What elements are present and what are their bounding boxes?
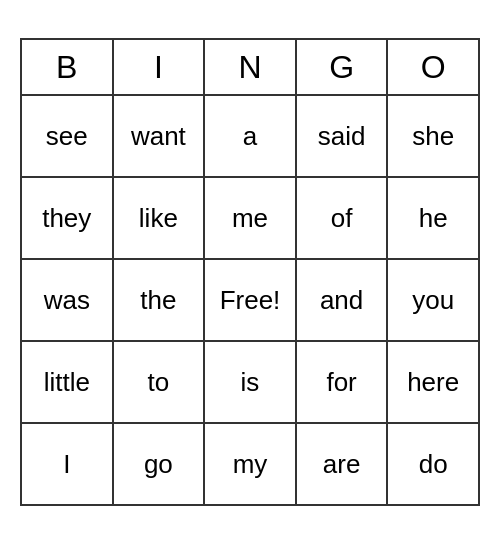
cell-2-0: was <box>21 259 113 341</box>
cell-3-2: is <box>204 341 296 423</box>
cell-0-0: see <box>21 95 113 177</box>
cell-4-2: my <box>204 423 296 505</box>
cell-4-3: are <box>296 423 388 505</box>
header-n: N <box>204 39 296 95</box>
cell-1-0: they <box>21 177 113 259</box>
header-g: G <box>296 39 388 95</box>
bingo-header-row: BINGO <box>21 39 479 95</box>
cell-3-3: for <box>296 341 388 423</box>
cell-2-4: you <box>387 259 479 341</box>
cell-2-1: the <box>113 259 205 341</box>
header-b: B <box>21 39 113 95</box>
header-o: O <box>387 39 479 95</box>
cell-1-2: me <box>204 177 296 259</box>
bingo-card: BINGO seewantasaidshetheylikemeofhewasth… <box>20 38 480 506</box>
table-row: littletoisforhere <box>21 341 479 423</box>
cell-3-0: little <box>21 341 113 423</box>
cell-1-3: of <box>296 177 388 259</box>
cell-1-4: he <box>387 177 479 259</box>
cell-3-1: to <box>113 341 205 423</box>
cell-4-0: I <box>21 423 113 505</box>
table-row: Igomyaredo <box>21 423 479 505</box>
cell-4-4: do <box>387 423 479 505</box>
cell-3-4: here <box>387 341 479 423</box>
table-row: seewantasaidshe <box>21 95 479 177</box>
cell-2-2: Free! <box>204 259 296 341</box>
cell-2-3: and <box>296 259 388 341</box>
table-row: theylikemeofhe <box>21 177 479 259</box>
cell-0-3: said <box>296 95 388 177</box>
table-row: wastheFree!andyou <box>21 259 479 341</box>
cell-1-1: like <box>113 177 205 259</box>
bingo-body: seewantasaidshetheylikemeofhewastheFree!… <box>21 95 479 505</box>
cell-0-4: she <box>387 95 479 177</box>
header-i: I <box>113 39 205 95</box>
cell-0-2: a <box>204 95 296 177</box>
cell-4-1: go <box>113 423 205 505</box>
cell-0-1: want <box>113 95 205 177</box>
